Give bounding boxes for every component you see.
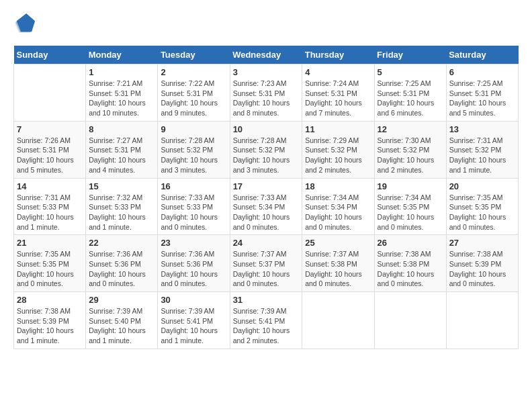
calendar-cell: 16Sunrise: 7:33 AMSunset: 5:33 PMDayligh…	[158, 178, 230, 235]
calendar-cell	[14, 64, 86, 122]
calendar-week-row: 1Sunrise: 7:21 AMSunset: 5:31 PMDaylight…	[14, 64, 519, 122]
day-number: 19	[378, 181, 443, 191]
calendar-week-row: 14Sunrise: 7:31 AMSunset: 5:33 PMDayligh…	[14, 178, 519, 235]
calendar-cell: 20Sunrise: 7:35 AMSunset: 5:35 PMDayligh…	[446, 178, 518, 235]
calendar-cell: 24Sunrise: 7:37 AMSunset: 5:37 PMDayligh…	[230, 235, 302, 292]
day-number: 18	[305, 181, 371, 191]
day-info: Sunrise: 7:35 AMSunset: 5:35 PMDaylight:…	[17, 249, 83, 289]
calendar-header-monday: Monday	[86, 46, 158, 64]
day-info: Sunrise: 7:36 AMSunset: 5:36 PMDaylight:…	[89, 249, 154, 289]
day-number: 22	[89, 238, 154, 248]
calendar-cell: 7Sunrise: 7:26 AMSunset: 5:31 PMDaylight…	[14, 121, 86, 178]
calendar-cell: 12Sunrise: 7:30 AMSunset: 5:32 PMDayligh…	[374, 121, 446, 178]
day-number: 12	[378, 124, 443, 134]
day-number: 4	[305, 67, 371, 77]
calendar-cell: 25Sunrise: 7:37 AMSunset: 5:38 PMDayligh…	[302, 235, 374, 292]
calendar-cell: 23Sunrise: 7:36 AMSunset: 5:36 PMDayligh…	[158, 235, 230, 292]
day-number: 24	[233, 238, 300, 248]
calendar-week-row: 28Sunrise: 7:38 AMSunset: 5:39 PMDayligh…	[14, 292, 519, 349]
calendar-cell: 1Sunrise: 7:21 AMSunset: 5:31 PMDaylight…	[86, 64, 158, 122]
day-number: 11	[305, 124, 371, 134]
calendar-cell	[374, 292, 446, 349]
calendar-cell: 11Sunrise: 7:29 AMSunset: 5:32 PMDayligh…	[302, 121, 374, 178]
calendar-header-saturday: Saturday	[446, 46, 518, 64]
calendar-header-sunday: Sunday	[14, 46, 86, 64]
day-number: 27	[449, 238, 515, 248]
day-info: Sunrise: 7:36 AMSunset: 5:36 PMDaylight:…	[161, 249, 226, 289]
calendar-cell: 21Sunrise: 7:35 AMSunset: 5:35 PMDayligh…	[14, 235, 86, 292]
day-info: Sunrise: 7:38 AMSunset: 5:39 PMDaylight:…	[449, 249, 515, 289]
day-info: Sunrise: 7:28 AMSunset: 5:32 PMDaylight:…	[161, 136, 226, 175]
day-info: Sunrise: 7:25 AMSunset: 5:31 PMDaylight:…	[449, 79, 515, 118]
calendar-cell: 28Sunrise: 7:38 AMSunset: 5:39 PMDayligh…	[14, 292, 86, 349]
calendar-header-row: SundayMondayTuesdayWednesdayThursdayFrid…	[14, 46, 519, 64]
calendar-cell: 6Sunrise: 7:25 AMSunset: 5:31 PMDaylight…	[446, 64, 518, 122]
day-info: Sunrise: 7:38 AMSunset: 5:39 PMDaylight:…	[17, 306, 83, 346]
day-number: 14	[17, 181, 83, 191]
day-info: Sunrise: 7:38 AMSunset: 5:38 PMDaylight:…	[378, 249, 443, 289]
day-number: 30	[161, 295, 226, 305]
day-number: 23	[161, 238, 226, 248]
day-info: Sunrise: 7:37 AMSunset: 5:38 PMDaylight:…	[305, 249, 371, 289]
calendar-cell	[302, 292, 374, 349]
calendar-cell: 18Sunrise: 7:34 AMSunset: 5:34 PMDayligh…	[302, 178, 374, 235]
calendar-header-friday: Friday	[374, 46, 446, 64]
calendar-cell: 10Sunrise: 7:28 AMSunset: 5:32 PMDayligh…	[230, 121, 302, 178]
page-header	[13, 13, 519, 35]
calendar-week-row: 7Sunrise: 7:26 AMSunset: 5:31 PMDaylight…	[14, 121, 519, 178]
day-info: Sunrise: 7:34 AMSunset: 5:35 PMDaylight:…	[378, 193, 443, 232]
day-number: 10	[233, 124, 300, 134]
day-number: 31	[233, 295, 300, 305]
calendar-cell: 30Sunrise: 7:39 AMSunset: 5:41 PMDayligh…	[158, 292, 230, 349]
calendar-cell: 5Sunrise: 7:25 AMSunset: 5:31 PMDaylight…	[374, 64, 446, 122]
calendar-header-thursday: Thursday	[302, 46, 374, 64]
calendar-cell: 9Sunrise: 7:28 AMSunset: 5:32 PMDaylight…	[158, 121, 230, 178]
day-number: 16	[161, 181, 226, 191]
calendar-cell	[446, 292, 518, 349]
day-info: Sunrise: 7:35 AMSunset: 5:35 PMDaylight:…	[449, 193, 515, 232]
day-number: 5	[378, 67, 443, 77]
day-info: Sunrise: 7:33 AMSunset: 5:33 PMDaylight:…	[161, 193, 226, 232]
day-number: 26	[378, 238, 443, 248]
day-info: Sunrise: 7:23 AMSunset: 5:31 PMDaylight:…	[233, 79, 300, 118]
day-info: Sunrise: 7:32 AMSunset: 5:33 PMDaylight:…	[89, 193, 154, 232]
calendar-cell: 3Sunrise: 7:23 AMSunset: 5:31 PMDaylight…	[230, 64, 302, 122]
calendar-cell: 15Sunrise: 7:32 AMSunset: 5:33 PMDayligh…	[86, 178, 158, 235]
day-number: 3	[233, 67, 300, 77]
calendar-cell: 19Sunrise: 7:34 AMSunset: 5:35 PMDayligh…	[374, 178, 446, 235]
day-info: Sunrise: 7:25 AMSunset: 5:31 PMDaylight:…	[378, 79, 443, 118]
day-info: Sunrise: 7:31 AMSunset: 5:32 PMDaylight:…	[449, 136, 515, 175]
calendar-cell: 13Sunrise: 7:31 AMSunset: 5:32 PMDayligh…	[446, 121, 518, 178]
day-info: Sunrise: 7:39 AMSunset: 5:40 PMDaylight:…	[89, 306, 154, 346]
calendar-header-tuesday: Tuesday	[158, 46, 230, 64]
day-number: 20	[449, 181, 515, 191]
day-info: Sunrise: 7:21 AMSunset: 5:31 PMDaylight:…	[89, 79, 154, 118]
day-info: Sunrise: 7:30 AMSunset: 5:32 PMDaylight:…	[378, 136, 443, 175]
day-number: 6	[449, 67, 515, 77]
logo-icon	[13, 13, 35, 35]
calendar-cell: 27Sunrise: 7:38 AMSunset: 5:39 PMDayligh…	[446, 235, 518, 292]
calendar-cell: 22Sunrise: 7:36 AMSunset: 5:36 PMDayligh…	[86, 235, 158, 292]
calendar-cell: 8Sunrise: 7:27 AMSunset: 5:31 PMDaylight…	[86, 121, 158, 178]
calendar-cell: 4Sunrise: 7:24 AMSunset: 5:31 PMDaylight…	[302, 64, 374, 122]
day-info: Sunrise: 7:27 AMSunset: 5:31 PMDaylight:…	[89, 136, 154, 175]
day-number: 25	[305, 238, 371, 248]
day-number: 1	[89, 67, 154, 77]
day-info: Sunrise: 7:33 AMSunset: 5:34 PMDaylight:…	[233, 193, 300, 232]
day-info: Sunrise: 7:24 AMSunset: 5:31 PMDaylight:…	[305, 79, 371, 118]
day-info: Sunrise: 7:34 AMSunset: 5:34 PMDaylight:…	[305, 193, 371, 232]
calendar-table: SundayMondayTuesdayWednesdayThursdayFrid…	[13, 46, 519, 349]
calendar-cell: 14Sunrise: 7:31 AMSunset: 5:33 PMDayligh…	[14, 178, 86, 235]
day-number: 13	[449, 124, 515, 134]
calendar-week-row: 21Sunrise: 7:35 AMSunset: 5:35 PMDayligh…	[14, 235, 519, 292]
day-number: 29	[89, 295, 154, 305]
day-number: 17	[233, 181, 300, 191]
day-info: Sunrise: 7:29 AMSunset: 5:32 PMDaylight:…	[305, 136, 371, 175]
logo	[13, 13, 38, 35]
calendar-cell: 31Sunrise: 7:39 AMSunset: 5:41 PMDayligh…	[230, 292, 302, 349]
calendar-cell: 2Sunrise: 7:22 AMSunset: 5:31 PMDaylight…	[158, 64, 230, 122]
day-info: Sunrise: 7:31 AMSunset: 5:33 PMDaylight:…	[17, 193, 83, 232]
calendar-cell: 29Sunrise: 7:39 AMSunset: 5:40 PMDayligh…	[86, 292, 158, 349]
day-info: Sunrise: 7:26 AMSunset: 5:31 PMDaylight:…	[17, 136, 83, 175]
day-number: 21	[17, 238, 83, 248]
